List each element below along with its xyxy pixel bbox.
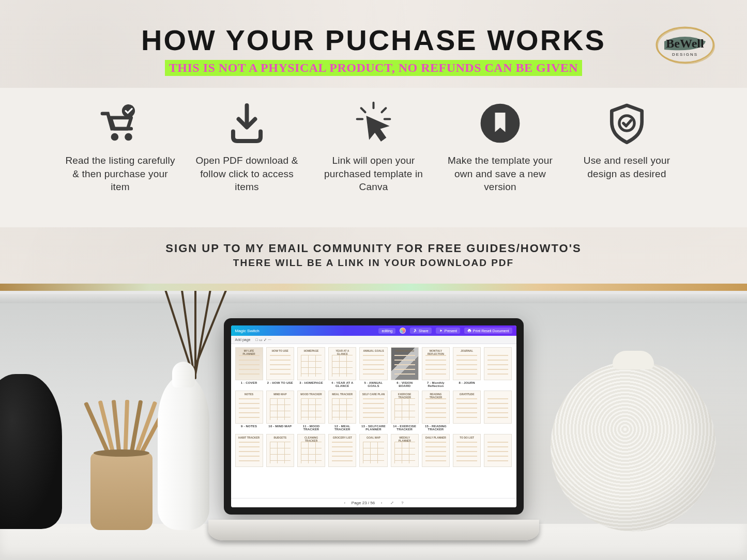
page-title: HOW YOUR PUCHASE WORKS bbox=[21, 23, 726, 57]
page-thumb-wrap: YEAR AT A GLANCE4 - YEAR AT A GLANCE bbox=[328, 347, 356, 387]
page-thumb[interactable]: ANNUAL GOALS bbox=[359, 347, 387, 380]
help-button[interactable]: ? bbox=[399, 501, 406, 505]
page-thumb[interactable]: SELF CARE PLAN bbox=[359, 391, 387, 424]
thumb-title: HABIT TRACKER bbox=[238, 436, 261, 439]
dark-vase bbox=[0, 374, 62, 529]
printer-icon bbox=[467, 329, 471, 333]
zoom-button[interactable]: ⤢ bbox=[388, 501, 395, 505]
page-thumb-wrap: CLEANING TRACKER bbox=[297, 434, 325, 468]
thumb-title: HOMEPAGE bbox=[300, 349, 323, 352]
thumb-title: BUDGETS bbox=[269, 436, 292, 439]
page-thumb[interactable]: EXERCISE TRACKER bbox=[391, 391, 419, 424]
page-thumb-wrap: WEEKLY PLANNER bbox=[391, 434, 419, 468]
page-thumb[interactable]: GOAL MAP bbox=[359, 434, 387, 467]
next-page-button[interactable]: › bbox=[378, 501, 385, 505]
cart-check-icon bbox=[98, 101, 142, 145]
page-thumb[interactable]: WEEKLY PLANNER bbox=[391, 434, 419, 467]
page-thumb[interactable]: READING TRACKER bbox=[422, 391, 450, 424]
page-thumb-wrap: DAILY PLANNER bbox=[422, 434, 450, 468]
print-button[interactable]: Print Resell Document bbox=[464, 328, 512, 334]
page-thumb[interactable]: MY LIFE PLANNER bbox=[235, 347, 263, 380]
toolbar-icons[interactable]: □ ▭ ⤢ ⋯ bbox=[255, 338, 271, 342]
page-thumb[interactable]: MONTHLY REFLECTION bbox=[422, 347, 450, 380]
page-thumb[interactable]: DAILY PLANNER bbox=[422, 434, 450, 467]
page-thumb[interactable]: HABIT TRACKER bbox=[235, 434, 263, 467]
page-thumb[interactable]: NOTES bbox=[235, 391, 263, 424]
svg-point-2 bbox=[122, 104, 134, 117]
page-thumb-wrap: NOTES9 - NOTES bbox=[235, 391, 263, 431]
step-4: Make the template your own and save a ne… bbox=[437, 97, 563, 194]
step-1: Read the listing carefully & then purcha… bbox=[57, 97, 184, 194]
laptop-base bbox=[208, 520, 539, 540]
thumb-title: ANNUAL GOALS bbox=[362, 349, 385, 352]
canva-status-bar: ‹ Page 23 / 56 › ⤢ ? bbox=[231, 498, 516, 507]
page-subtitle: THIS IS NOT A PHYSICAL PRODUCT, NO REFUN… bbox=[169, 61, 578, 74]
page-thumb[interactable] bbox=[484, 391, 512, 424]
white-vase bbox=[158, 375, 209, 530]
page-grid: MY LIFE PLANNER1 - COVERHOW TO USE2 - HO… bbox=[235, 347, 512, 468]
page-thumb[interactable]: YEAR AT A GLANCE bbox=[328, 347, 356, 380]
page-thumb-wrap bbox=[484, 391, 512, 431]
laptop-screen: Magic Switch editing Share Present bbox=[224, 318, 524, 515]
page-thumb-wrap: VISION BOARD6 - VISION BOARD bbox=[391, 347, 419, 387]
thumb-title: JOURNAL bbox=[455, 349, 478, 352]
page-thumb[interactable]: MOOD TRACKER bbox=[297, 391, 325, 424]
steps-band: Read the listing carefully & then purcha… bbox=[0, 88, 747, 227]
share-button[interactable]: Share bbox=[410, 328, 432, 334]
canva-pages[interactable]: MY LIFE PLANNER1 - COVERHOW TO USE2 - HO… bbox=[231, 344, 516, 498]
present-button[interactable]: Present bbox=[436, 328, 460, 334]
avatar[interactable] bbox=[400, 328, 406, 334]
thumb-label: 13 - SELFCARE PLANNER bbox=[359, 425, 387, 431]
page-thumb[interactable]: CLEANING TRACKER bbox=[297, 434, 325, 467]
shelf-edge bbox=[0, 291, 747, 303]
step-4-text: Make the template your own and save a ne… bbox=[442, 154, 558, 194]
thumb-label: 15 - READING TRACKER bbox=[422, 425, 450, 431]
divider-gold bbox=[0, 284, 747, 291]
page-thumb-wrap: MOOD TRACKER11 - MOOD TRACKER bbox=[297, 391, 325, 431]
page-thumb-wrap: READING TRACKER15 - READING TRACKER bbox=[422, 391, 450, 431]
page-thumb[interactable]: HOW TO USE bbox=[266, 347, 294, 380]
svg-line-7 bbox=[382, 108, 386, 112]
thumb-title: TO DO LIST bbox=[455, 436, 478, 439]
page-thumb[interactable]: MEAL TRACKER bbox=[328, 391, 356, 424]
page-thumb[interactable]: BUDGETS bbox=[266, 434, 294, 467]
page-thumb[interactable]: MIND MAP bbox=[266, 391, 294, 424]
page-thumb-wrap bbox=[484, 434, 512, 468]
play-icon bbox=[439, 329, 443, 333]
page-thumb[interactable]: JOURNAL bbox=[453, 347, 481, 380]
page-thumb-wrap: SELF CARE PLAN13 - SELFCARE PLANNER bbox=[359, 391, 387, 431]
thumb-title: GROCERY LIST bbox=[331, 436, 354, 439]
page-thumb[interactable]: GRATITUDE bbox=[453, 391, 481, 424]
subtitle-highlight: THIS IS NOT A PHYSICAL PRODUCT, NO REFUN… bbox=[165, 60, 582, 76]
thumb-label: 8 - JOURN bbox=[453, 381, 481, 384]
page-thumb-wrap: GROCERY LIST bbox=[328, 434, 356, 468]
page-thumb-wrap: BUDGETS bbox=[266, 434, 294, 468]
thumb-title: MIND MAP bbox=[269, 393, 292, 396]
thumb-label: 2 - HOW TO USE bbox=[266, 381, 294, 384]
page-thumb-wrap: EXERCISE TRACKER14 - EXERCISE TRACKER bbox=[391, 391, 419, 431]
step-5-text: Use and resell your design as desired bbox=[569, 154, 685, 180]
page-thumb[interactable]: VISION BOARD bbox=[391, 347, 419, 380]
community-line1: SIGN UP TO MY EMAIL COMMUNITY FOR FREE G… bbox=[0, 242, 747, 255]
page-thumb[interactable]: GROCERY LIST bbox=[328, 434, 356, 467]
thumb-label: 6 - VISION BOARD bbox=[391, 381, 419, 387]
thumb-label: 7 - Monthly Reflection bbox=[422, 381, 450, 387]
page-thumb-wrap: MIND MAP10 - MIND MAP bbox=[266, 391, 294, 431]
thumb-title: GOAL MAP bbox=[362, 436, 385, 439]
page-thumb[interactable] bbox=[484, 347, 512, 380]
svg-point-3 bbox=[111, 133, 118, 140]
add-page-button[interactable]: Add page bbox=[235, 338, 251, 341]
page-thumb[interactable]: HOMEPAGE bbox=[297, 347, 325, 380]
page-thumb-wrap: GRATITUDE bbox=[453, 391, 481, 431]
bookmark-icon bbox=[478, 101, 522, 145]
thumb-title: NOTES bbox=[238, 393, 261, 396]
thumb-title: SELF CARE PLAN bbox=[362, 393, 385, 396]
page-indicator: Page 23 / 56 bbox=[352, 501, 375, 505]
page-thumb-wrap: HOMEPAGE3 - HOMEPAGE bbox=[297, 347, 325, 387]
prev-page-button[interactable]: ‹ bbox=[341, 501, 348, 505]
thumb-title: VISION BOARD bbox=[393, 349, 416, 352]
cursor-click-icon bbox=[352, 101, 395, 145]
autosave-chip[interactable]: editing bbox=[378, 328, 395, 334]
page-thumb[interactable]: TO DO LIST bbox=[453, 434, 481, 467]
page-thumb[interactable] bbox=[484, 434, 512, 467]
